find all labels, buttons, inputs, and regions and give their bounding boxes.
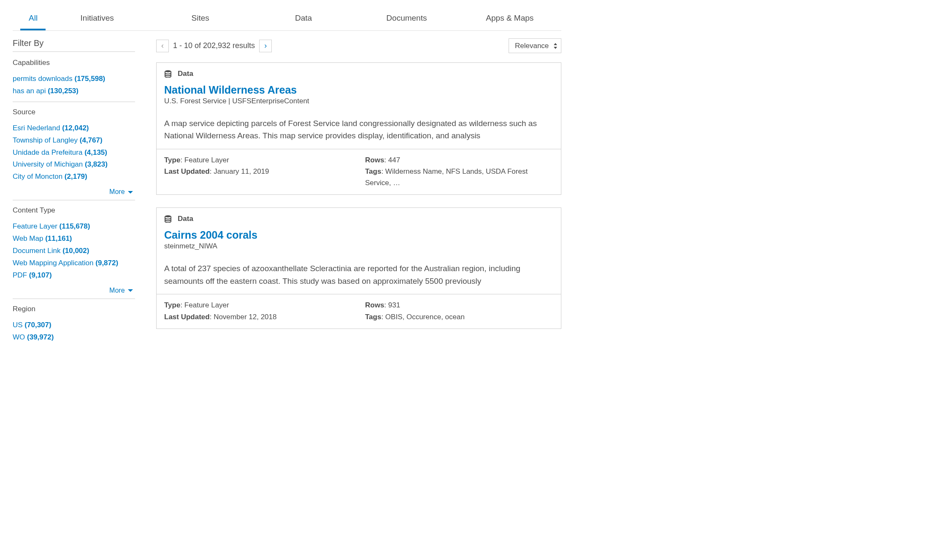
next-page-button[interactable]: ›	[259, 40, 272, 52]
svg-point-0	[165, 70, 171, 73]
filter-link-label: WO	[13, 333, 25, 341]
filter-link-count: (9,107)	[29, 271, 52, 279]
tab-documents[interactable]: Documents	[355, 8, 458, 30]
card-title[interactable]: National Wilderness Areas	[164, 84, 553, 96]
card-meta-updated: Last Updated: January 11, 2019	[164, 166, 352, 177]
meta-value: : Feature Layer	[180, 156, 229, 164]
filter-link[interactable]: University of Michigan (3,823)	[13, 159, 135, 171]
more-label: More	[109, 287, 125, 294]
filter-link[interactable]: Web Map (11,161)	[13, 233, 135, 245]
meta-label: Rows	[365, 156, 384, 164]
chevron-down-icon	[127, 287, 133, 294]
filter-link-count: (39,972)	[27, 333, 54, 341]
filter-link-label: US	[13, 321, 23, 329]
meta-label: Last Updated	[164, 313, 210, 321]
pagination: ‹ 1 - 10 of 202,932 results ›	[156, 40, 272, 52]
filter-link[interactable]: Esri Nederland (12,042)	[13, 122, 135, 135]
result-card: Data National Wilderness Areas U.S. Fore…	[156, 62, 561, 195]
results-header: ‹ 1 - 10 of 202,932 results › Relevance	[156, 38, 561, 53]
tabs-bar: All Initiatives Sites Data Documents App…	[13, 8, 561, 31]
meta-label: Type	[164, 301, 180, 309]
filter-section-capabilities: Capabilities permits downloads (175,598)…	[13, 59, 135, 102]
filter-link-label: Web Mapping Application	[13, 259, 94, 267]
card-type-label: Data	[178, 215, 193, 223]
meta-value: : 447	[384, 156, 400, 164]
filter-link[interactable]: Web Mapping Application (9,872)	[13, 257, 135, 269]
meta-value: : 931	[384, 301, 400, 309]
filter-link[interactable]: has an api (130,253)	[13, 85, 135, 97]
card-description: A map service depicting parcels of Fores…	[164, 117, 553, 142]
chevron-down-icon	[127, 188, 133, 195]
filter-link[interactable]: Document Link (10,002)	[13, 245, 135, 257]
more-label: More	[109, 188, 125, 195]
filter-section-title: Region	[13, 305, 135, 313]
card-meta-rows: Rows: 447	[365, 154, 553, 166]
card-description: A total of 237 species of azooxanthellat…	[164, 262, 553, 287]
filter-link[interactable]: permits downloads (175,598)	[13, 73, 135, 85]
filter-link-count: (2,179)	[65, 172, 87, 180]
meta-value: : January 11, 2019	[210, 167, 269, 175]
filter-link[interactable]: Township of Langley (4,767)	[13, 135, 135, 147]
card-meta: Type: Feature Layer Last Updated: Januar…	[157, 149, 561, 195]
filter-link-label: Document Link	[13, 247, 60, 255]
card-meta-type: Type: Feature Layer	[164, 154, 352, 166]
filter-link-label: permits downloads	[13, 75, 73, 83]
meta-value: : Feature Layer	[180, 301, 229, 309]
filter-link[interactable]: PDF (9,107)	[13, 269, 135, 282]
filter-link-label: University of Michigan	[13, 160, 83, 168]
filter-link-count: (115,678)	[60, 222, 90, 230]
meta-value: : OBIS, Occurence, ocean	[381, 313, 464, 321]
filter-link-count: (130,253)	[48, 87, 79, 95]
card-meta-tags: Tags: OBIS, Occurence, ocean	[365, 311, 553, 323]
filter-link-label: City of Moncton	[13, 172, 62, 180]
result-card: Data Cairns 2004 corals steinmetz_NIWA A…	[156, 207, 561, 328]
svg-point-1	[165, 215, 171, 218]
filter-section-title: Capabilities	[13, 59, 135, 67]
filter-link[interactable]: Unidade da Prefeitura (4,135)	[13, 147, 135, 159]
filter-link-count: (70,307)	[24, 321, 51, 329]
more-link[interactable]: More	[13, 287, 135, 294]
meta-value: : Wilderness Name, NFS Lands, USDA Fores…	[365, 167, 528, 187]
filter-section-title: Source	[13, 108, 135, 116]
filter-link[interactable]: Feature Layer (115,678)	[13, 221, 135, 233]
data-icon	[164, 215, 172, 223]
card-meta-tags: Tags: Wilderness Name, NFS Lands, USDA F…	[365, 166, 553, 188]
card-source: steinmetz_NIWA	[164, 242, 553, 250]
tab-data[interactable]: Data	[252, 8, 355, 30]
filter-link[interactable]: City of Moncton (2,179)	[13, 171, 135, 183]
meta-label: Last Updated	[164, 167, 210, 175]
filter-link-count: (9,872)	[95, 259, 118, 267]
filter-section-content-type: Content Type Feature Layer (115,678) Web…	[13, 206, 135, 299]
data-icon	[164, 70, 172, 78]
meta-label: Rows	[365, 301, 384, 309]
filter-link-count: (11,161)	[45, 234, 72, 242]
tab-initiatives[interactable]: Initiatives	[46, 8, 149, 30]
tab-sites[interactable]: Sites	[149, 8, 252, 30]
meta-label: Type	[164, 156, 180, 164]
filter-link-count: (3,823)	[85, 160, 108, 168]
filter-section-source: Source Esri Nederland (12,042) Township …	[13, 108, 135, 200]
filter-link-label: Web Map	[13, 234, 43, 242]
card-title[interactable]: Cairns 2004 corals	[164, 229, 553, 241]
card-meta-type: Type: Feature Layer	[164, 299, 352, 311]
more-link[interactable]: More	[13, 188, 135, 196]
meta-label: Tags	[365, 313, 381, 321]
card-meta-rows: Rows: 931	[365, 299, 553, 311]
filter-link-count: (4,135)	[84, 148, 107, 156]
sidebar: Filter By Capabilities permits downloads…	[13, 36, 135, 349]
filter-link-label: Feature Layer	[13, 222, 57, 230]
filter-section-region: Region US (70,307) WO (39,972)	[13, 305, 135, 344]
meta-value: : November 12, 2018	[210, 313, 277, 321]
prev-page-button[interactable]: ‹	[156, 40, 169, 52]
filter-link-count: (4,767)	[80, 136, 103, 144]
filter-link[interactable]: WO (39,972)	[13, 331, 135, 344]
sort-select[interactable]: Relevance	[509, 38, 561, 53]
tab-all[interactable]: All	[20, 8, 46, 30]
card-meta-updated: Last Updated: November 12, 2018	[164, 311, 352, 323]
tab-apps-maps[interactable]: Apps & Maps	[458, 8, 561, 30]
meta-label: Tags	[365, 167, 381, 175]
filter-link[interactable]: US (70,307)	[13, 319, 135, 331]
filter-link-label: Unidade da Prefeitura	[13, 148, 82, 156]
main-content: ‹ 1 - 10 of 202,932 results › Relevance	[156, 36, 561, 349]
filter-link-label: Township of Langley	[13, 136, 78, 144]
